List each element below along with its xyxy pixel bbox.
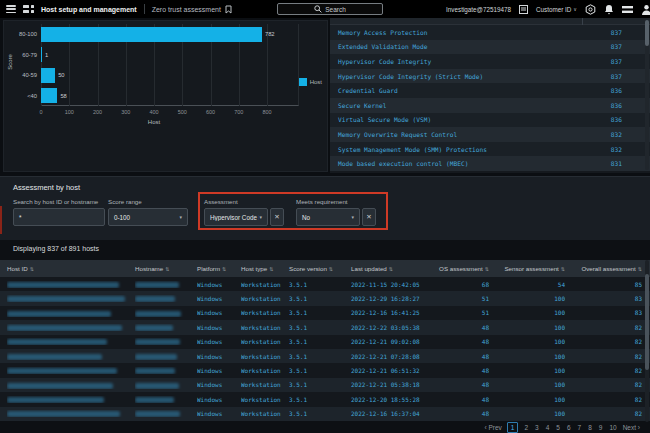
table-row[interactable]: Windows Workstation 3.5.1 2022-12-21 09:… bbox=[0, 335, 650, 349]
assessment-row[interactable]: Hypervisor Code Integrity 837 bbox=[330, 54, 650, 69]
scrollbar-thumb[interactable] bbox=[645, 20, 649, 46]
tab-zero-trust-assessment[interactable]: Zero trust assessment bbox=[152, 5, 232, 14]
table-row[interactable]: Windows Workstation 3.5.1 2022-12-22 03:… bbox=[0, 320, 650, 334]
table-row[interactable]: Windows Workstation 3.5.1 2022-12-16 16:… bbox=[0, 306, 650, 320]
column-header[interactable]: Platform ⇅ bbox=[197, 265, 241, 272]
page-number[interactable]: 5 bbox=[555, 424, 561, 431]
page-number[interactable]: 7 bbox=[577, 424, 583, 431]
cell-host_type: Workstation bbox=[241, 309, 289, 316]
chart-bar-row: 782 bbox=[41, 24, 299, 45]
panel-scrollbar[interactable] bbox=[645, 20, 649, 170]
table-row[interactable]: Windows Workstation 3.5.1 2022-12-21 05:… bbox=[0, 378, 650, 392]
table-row[interactable]: Windows Workstation 3.5.1 2022-12-20 18:… bbox=[0, 392, 650, 406]
next-page-button[interactable]: Next › bbox=[623, 424, 640, 431]
chart-bar[interactable] bbox=[41, 68, 55, 83]
account-menu[interactable]: Investigate@72519478 bbox=[446, 6, 511, 13]
assessment-criteria-panel: Memory Access Protection 837 Extended Va… bbox=[330, 18, 650, 173]
host-search-input[interactable]: * bbox=[13, 208, 105, 226]
menu-icon[interactable] bbox=[6, 5, 16, 13]
cell-last_updated: 2022-12-16 16:41:25 bbox=[351, 309, 437, 316]
meets-requirement-clear-button[interactable]: ✕ bbox=[362, 208, 376, 226]
hostname-redacted bbox=[135, 296, 175, 302]
page-number[interactable]: 2 bbox=[523, 424, 529, 431]
chart-bar[interactable] bbox=[41, 88, 57, 103]
meets-requirement-dropdown[interactable]: No ▾ bbox=[296, 208, 360, 226]
page-number[interactable]: 3 bbox=[534, 424, 540, 431]
cell-overall: 83 bbox=[565, 295, 642, 302]
assessment-row[interactable]: Memory Overwrite Request Control 832 bbox=[330, 127, 650, 142]
table-row[interactable]: Windows Workstation 3.5.1 2022-11-15 20:… bbox=[0, 277, 650, 291]
page-number[interactable]: 10 bbox=[608, 424, 617, 431]
assessment-count: 832 bbox=[611, 146, 622, 153]
cell-os: 48 bbox=[437, 367, 489, 374]
assessment-row[interactable]: System Management Mode (SMM) Protections… bbox=[330, 142, 650, 157]
page-number[interactable]: 4 bbox=[545, 424, 551, 431]
score-range-dropdown[interactable]: 0-100 ▾ bbox=[108, 208, 188, 226]
sliders-icon[interactable] bbox=[622, 5, 633, 14]
host-id-redacted bbox=[7, 397, 104, 403]
column-header[interactable]: OS assessment ⇅ bbox=[437, 265, 489, 272]
column-divider bbox=[582, 18, 583, 25]
notifications-bell-icon[interactable] bbox=[604, 4, 614, 15]
assessment-value: Hypervisor Code In... bbox=[210, 214, 259, 221]
host-id-redacted bbox=[7, 339, 107, 345]
column-header[interactable]: Score version ⇅ bbox=[289, 265, 351, 272]
prev-page-button[interactable]: ‹ Prev bbox=[484, 424, 501, 431]
hostname-redacted bbox=[135, 339, 180, 345]
assessment-row[interactable]: Virtual Secure Mode (VSM) 836 bbox=[330, 113, 650, 128]
chevron-down-icon: ▾ bbox=[179, 214, 182, 220]
bookmark-icon[interactable] bbox=[225, 5, 232, 14]
column-header-label: Platform bbox=[197, 265, 220, 272]
chart-bar-row: 58 bbox=[41, 86, 299, 107]
page-number[interactable]: 1 bbox=[507, 422, 519, 433]
cell-last_updated: 2022-12-16 16:37:04 bbox=[351, 410, 437, 417]
column-header[interactable]: Sensor assessment ⇅ bbox=[489, 265, 565, 272]
chart-bar[interactable] bbox=[41, 47, 42, 62]
column-header[interactable]: Host ID ⇅ bbox=[7, 265, 135, 272]
column-header[interactable]: Overall assessment ⇅ bbox=[565, 265, 642, 272]
table-row[interactable]: Windows Workstation 3.5.1 2022-12-21 07:… bbox=[0, 349, 650, 363]
cell-host_type: Workstation bbox=[241, 324, 289, 331]
chart-bar[interactable] bbox=[41, 27, 262, 42]
assessment-clear-button[interactable]: ✕ bbox=[270, 208, 284, 226]
app-switcher-icon[interactable] bbox=[23, 5, 34, 14]
page-number[interactable]: 8 bbox=[587, 424, 593, 431]
column-header[interactable]: Hostname ⇅ bbox=[135, 265, 197, 272]
column-header-label: Host ID bbox=[7, 265, 28, 272]
assessment-row[interactable]: Hypervisor Code Integrity (Strict Mode) … bbox=[330, 69, 650, 84]
user-profile-icon[interactable] bbox=[641, 4, 650, 15]
cell-overall: 82 bbox=[565, 381, 642, 388]
page-number[interactable]: 9 bbox=[598, 424, 604, 431]
chart-plot-area: 782 1 50 58 bbox=[41, 24, 299, 106]
sort-icon: ⇅ bbox=[638, 266, 642, 272]
chart-category-label: 40-59 bbox=[4, 65, 37, 86]
badge-icon[interactable] bbox=[585, 4, 596, 15]
assessment-dropdown[interactable]: Hypervisor Code In... ▾ bbox=[204, 208, 268, 226]
table-row[interactable]: Windows Workstation 3.5.1 2022-12-16 16:… bbox=[0, 407, 650, 421]
legend-item-host[interactable]: Host bbox=[299, 78, 322, 86]
customer-id-menu[interactable]: Customer ID ∨ bbox=[536, 6, 577, 13]
column-header[interactable]: Host type ⇅ bbox=[241, 265, 289, 272]
assessment-row[interactable]: Mode based execution control (MBEC) 831 bbox=[330, 156, 650, 171]
page-number[interactable]: 6 bbox=[566, 424, 572, 431]
table-row[interactable]: Windows Workstation 3.5.1 2022-12-21 06:… bbox=[0, 363, 650, 377]
assessment-count: 836 bbox=[611, 116, 622, 123]
assessment-row[interactable]: Credential Guard 836 bbox=[330, 83, 650, 98]
assessment-name: Memory Access Protection bbox=[338, 29, 427, 36]
scrollbar-thumb[interactable] bbox=[645, 274, 649, 370]
column-header[interactable]: Last updated ⇅ bbox=[351, 265, 437, 272]
assessment-row[interactable]: Memory Access Protection 837 bbox=[330, 25, 650, 40]
assessment-count: 832 bbox=[611, 131, 622, 138]
cell-last_updated: 2022-12-20 18:55:28 bbox=[351, 396, 437, 403]
customer-id-label: Customer ID bbox=[536, 6, 571, 13]
assessment-row[interactable]: Extended Validation Mode 837 bbox=[330, 40, 650, 55]
list-icon[interactable] bbox=[519, 5, 528, 14]
section-title: Assessment by host bbox=[13, 183, 80, 192]
table-scrollbar[interactable] bbox=[645, 260, 649, 422]
global-search-input[interactable]: Search bbox=[277, 3, 383, 15]
chart-category-label: 80-100 bbox=[4, 24, 37, 45]
host-search-value: * bbox=[19, 214, 21, 221]
assessment-row[interactable]: Secure Kernel 836 bbox=[330, 98, 650, 113]
cell-last_updated: 2022-12-21 06:51:32 bbox=[351, 367, 437, 374]
table-row[interactable]: Windows Workstation 3.5.1 2022-12-29 16:… bbox=[0, 291, 650, 305]
